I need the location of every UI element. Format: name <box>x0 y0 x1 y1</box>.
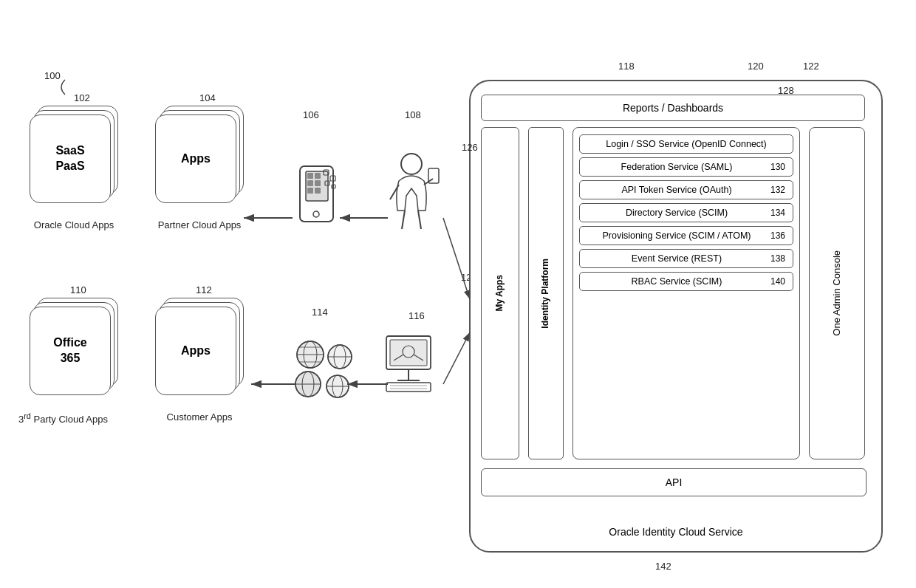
ref-116-label: 116 <box>409 310 425 321</box>
ref-114-label: 114 <box>312 307 328 318</box>
oracle-identity-cloud-service-label: Oracle Identity Cloud Service <box>471 526 881 538</box>
svg-point-32 <box>328 345 352 369</box>
ref-112-label: 112 <box>196 284 212 295</box>
phone-icon <box>293 163 341 233</box>
svg-point-36 <box>295 372 321 397</box>
svg-rect-45 <box>386 383 431 392</box>
svg-line-22 <box>418 211 421 229</box>
one-admin-console-label: One Admin Console <box>830 250 844 336</box>
card-front-p: Apps <box>155 114 236 203</box>
person-icon <box>384 148 440 236</box>
reports-dashboards-bar: Reports / Dashboards <box>481 95 865 121</box>
ref-142-label: 142 <box>655 561 671 572</box>
my-apps-label: My Apps <box>494 275 506 312</box>
svg-rect-42 <box>390 340 427 366</box>
svg-rect-11 <box>315 180 321 186</box>
one-admin-console-panel: One Admin Console <box>809 127 865 459</box>
card-front-o: Office 365 <box>30 307 111 395</box>
customer-apps-label: Customer Apps <box>155 410 244 425</box>
card-front: SaaS PaaS <box>30 114 111 203</box>
globes-icon <box>292 336 362 406</box>
ref-118-label: 118 <box>618 61 635 72</box>
rbac-service-row: RBAC Service (SCIM) 140 <box>579 272 793 291</box>
computer-icon-box <box>383 332 442 409</box>
svg-point-19 <box>401 154 422 174</box>
oracle-cloud-label: Oracle Cloud Apps <box>22 218 126 233</box>
computer-icon <box>383 332 442 406</box>
ref-104-label: 104 <box>199 92 216 103</box>
identity-platform-outer: 118 120 122 128 126 Reports / Dashboards… <box>469 80 883 553</box>
ref-122-label: 122 <box>803 61 819 72</box>
login-sso-service-row: Login / SSO Service (OpenID Connect) <box>579 134 793 154</box>
svg-line-21 <box>402 211 405 229</box>
globes-icon-box <box>292 336 362 409</box>
svg-rect-8 <box>307 173 313 179</box>
office365-stack: 110 Office 365 3rd Party Cloud Apps <box>30 307 129 427</box>
ref-108-label: 108 <box>405 109 421 120</box>
card-front-c: Apps <box>155 307 236 395</box>
ref-106-label: 106 <box>303 109 319 120</box>
diagram: 100 102 SaaS PaaS Oracle Cloud Apps 104 … <box>0 0 916 588</box>
ref-120-label: 120 <box>748 61 764 72</box>
ref-100: 100 <box>44 70 61 81</box>
partner-cloud-apps-stack: 104 Apps Partner Cloud Apps <box>155 114 251 233</box>
svg-rect-9 <box>315 173 321 179</box>
ref-102-label: 102 <box>74 92 90 103</box>
svg-rect-12 <box>307 188 313 194</box>
api-bar: API <box>481 468 867 496</box>
federation-service-row: Federation Service (SAML) 130 <box>579 157 793 177</box>
api-token-service-row: API Token Service (OAuth) 132 <box>579 180 793 199</box>
services-panel: Login / SSO Service (OpenID Connect) Fed… <box>572 127 800 459</box>
office365-label: 3rd Party Cloud Apps <box>18 410 129 427</box>
identity-platform-label: Identity Platform <box>540 259 552 329</box>
oracle-cloud-apps-stack: 102 SaaS PaaS Oracle Cloud Apps <box>30 114 126 233</box>
event-service-row: Event Service (REST) 138 <box>579 249 793 268</box>
phone-icon-box <box>293 163 341 236</box>
svg-point-28 <box>297 341 324 368</box>
ref-126-label: 126 <box>462 142 478 153</box>
svg-line-51 <box>443 332 470 384</box>
person-icon-box <box>384 148 440 239</box>
svg-point-18 <box>313 211 319 217</box>
svg-line-50 <box>443 218 470 299</box>
svg-rect-13 <box>315 188 321 194</box>
provisioning-service-row: Provisioning Service (SCIM / ATOM) 136 <box>579 226 793 245</box>
customer-apps-stack: 112 Apps Customer Apps <box>155 307 244 425</box>
my-apps-box: My Apps <box>481 127 519 459</box>
svg-rect-10 <box>307 180 313 186</box>
identity-platform-panel: Identity Platform <box>528 127 564 459</box>
svg-point-40 <box>327 375 349 397</box>
ref-110-label: 110 <box>70 284 86 295</box>
directory-service-row: Directory Service (SCIM) 134 <box>579 203 793 222</box>
partner-cloud-label: Partner Cloud Apps <box>148 218 251 233</box>
